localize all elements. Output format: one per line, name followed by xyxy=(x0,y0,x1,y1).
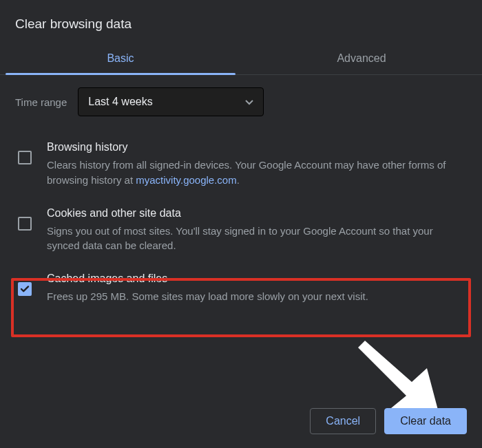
time-range-value: Last 4 weeks xyxy=(88,96,152,108)
option-cache: Cached images and files Frees up 295 MB.… xyxy=(15,267,467,318)
option-desc-text: . xyxy=(237,174,240,186)
checkbox-cache[interactable] xyxy=(18,282,32,296)
option-desc: Signs you out of most sites. You'll stay… xyxy=(47,224,467,254)
tab-advanced[interactable]: Advanced xyxy=(241,44,482,74)
myactivity-link[interactable]: myactivity.google.com xyxy=(136,174,236,186)
time-range-dropdown[interactable]: Last 4 weeks xyxy=(78,87,264,116)
option-title: Browsing history xyxy=(47,141,467,153)
time-range-label: Time range xyxy=(15,96,67,108)
cancel-button-label: Cancel xyxy=(326,415,360,427)
clear-data-button-label: Clear data xyxy=(400,415,451,427)
option-cookies: Cookies and other site data Signs you ou… xyxy=(15,202,467,268)
tab-basic[interactable]: Basic xyxy=(0,44,241,74)
option-browsing-history: Browsing history Clears history from all… xyxy=(15,136,467,202)
option-title: Cached images and files xyxy=(47,273,467,285)
tab-advanced-label: Advanced xyxy=(337,52,386,64)
cancel-button[interactable]: Cancel xyxy=(310,408,376,434)
dialog-title: Clear browsing data xyxy=(0,0,482,44)
option-title: Cookies and other site data xyxy=(47,207,467,220)
tabs: Basic Advanced xyxy=(0,44,482,75)
chevron-down-icon xyxy=(245,96,253,108)
dialog-body: Time range Last 4 weeks Browsing history… xyxy=(0,75,482,318)
option-desc: Frees up 295 MB. Some sites may load mor… xyxy=(47,289,467,304)
time-range-row: Time range Last 4 weeks xyxy=(15,87,467,116)
dialog-actions: Cancel Clear data xyxy=(310,408,467,434)
option-desc-text: Clears history from all signed-in device… xyxy=(47,159,446,186)
clear-browsing-data-dialog: Clear browsing data Basic Advanced Time … xyxy=(0,0,482,448)
option-desc: Clears history from all signed-in device… xyxy=(47,158,467,188)
checkbox-browsing-history[interactable] xyxy=(18,151,32,164)
clear-data-button[interactable]: Clear data xyxy=(384,408,467,434)
tab-basic-label: Basic xyxy=(107,52,134,64)
checkbox-cookies[interactable] xyxy=(18,217,32,231)
